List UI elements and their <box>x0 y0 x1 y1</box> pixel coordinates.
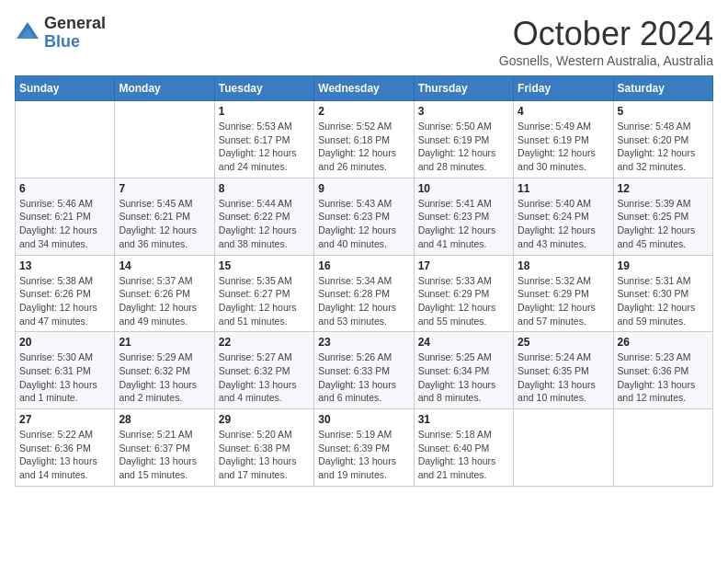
day-number: 26 <box>618 336 709 349</box>
month-title: October 2024 <box>499 15 713 53</box>
day-info: Sunrise: 5:35 AM Sunset: 6:27 PM Dayligh… <box>219 274 310 328</box>
day-number: 23 <box>318 336 409 349</box>
day-number: 12 <box>618 182 709 195</box>
day-number: 15 <box>219 259 310 272</box>
day-number: 10 <box>418 182 509 195</box>
calendar-cell: 24Sunrise: 5:25 AM Sunset: 6:34 PM Dayli… <box>414 332 513 409</box>
page-header: General Blue October 2024 Gosnells, West… <box>15 15 713 68</box>
weekday-header-wednesday: Wednesday <box>314 76 414 101</box>
calendar-cell: 20Sunrise: 5:30 AM Sunset: 6:31 PM Dayli… <box>16 332 115 409</box>
calendar-cell: 10Sunrise: 5:41 AM Sunset: 6:23 PM Dayli… <box>414 178 513 255</box>
calendar-cell: 13Sunrise: 5:38 AM Sunset: 6:26 PM Dayli… <box>16 255 115 332</box>
logo-text: General Blue <box>44 15 106 52</box>
calendar-cell: 15Sunrise: 5:35 AM Sunset: 6:27 PM Dayli… <box>214 255 313 332</box>
calendar-cell: 11Sunrise: 5:40 AM Sunset: 6:24 PM Dayli… <box>514 178 613 255</box>
logo-icon <box>15 20 40 46</box>
day-number: 11 <box>518 182 609 195</box>
day-info: Sunrise: 5:23 AM Sunset: 6:36 PM Dayligh… <box>618 350 709 405</box>
day-number: 25 <box>518 336 609 349</box>
calendar-cell <box>115 101 214 178</box>
day-info: Sunrise: 5:30 AM Sunset: 6:31 PM Dayligh… <box>19 350 110 405</box>
logo-general-text: General <box>44 15 106 33</box>
calendar-cell: 1Sunrise: 5:53 AM Sunset: 6:17 PM Daylig… <box>214 101 313 178</box>
day-info: Sunrise: 5:40 AM Sunset: 6:24 PM Dayligh… <box>518 197 609 251</box>
calendar-week-1: 1Sunrise: 5:53 AM Sunset: 6:17 PM Daylig… <box>16 101 713 178</box>
calendar-cell: 14Sunrise: 5:37 AM Sunset: 6:26 PM Dayli… <box>115 255 214 332</box>
calendar-cell <box>613 409 712 487</box>
day-number: 29 <box>219 413 310 426</box>
calendar-table: SundayMondayTuesdayWednesdayThursdayFrid… <box>15 75 713 487</box>
calendar-cell: 5Sunrise: 5:48 AM Sunset: 6:20 PM Daylig… <box>613 101 712 178</box>
calendar-week-3: 13Sunrise: 5:38 AM Sunset: 6:26 PM Dayli… <box>16 255 713 332</box>
calendar-body: 1Sunrise: 5:53 AM Sunset: 6:17 PM Daylig… <box>16 101 713 487</box>
calendar-cell: 18Sunrise: 5:32 AM Sunset: 6:29 PM Dayli… <box>514 255 613 332</box>
day-number: 21 <box>119 336 210 349</box>
weekday-header-friday: Friday <box>514 76 613 101</box>
day-info: Sunrise: 5:39 AM Sunset: 6:25 PM Dayligh… <box>618 197 709 251</box>
calendar-cell: 3Sunrise: 5:50 AM Sunset: 6:19 PM Daylig… <box>414 101 513 178</box>
calendar-cell: 25Sunrise: 5:24 AM Sunset: 6:35 PM Dayli… <box>514 332 613 409</box>
day-info: Sunrise: 5:45 AM Sunset: 6:21 PM Dayligh… <box>119 197 210 251</box>
day-number: 22 <box>219 336 310 349</box>
day-number: 31 <box>418 413 509 426</box>
calendar-cell: 8Sunrise: 5:44 AM Sunset: 6:22 PM Daylig… <box>214 178 313 255</box>
calendar-cell: 6Sunrise: 5:46 AM Sunset: 6:21 PM Daylig… <box>16 178 115 255</box>
calendar-cell: 7Sunrise: 5:45 AM Sunset: 6:21 PM Daylig… <box>115 178 214 255</box>
day-info: Sunrise: 5:18 AM Sunset: 6:40 PM Dayligh… <box>418 428 509 482</box>
calendar-cell <box>16 101 115 178</box>
day-info: Sunrise: 5:37 AM Sunset: 6:26 PM Dayligh… <box>119 274 210 328</box>
logo-blue-text: Blue <box>44 33 106 52</box>
weekday-header-row: SundayMondayTuesdayWednesdayThursdayFrid… <box>16 76 713 101</box>
day-number: 18 <box>518 259 609 272</box>
calendar-cell: 26Sunrise: 5:23 AM Sunset: 6:36 PM Dayli… <box>613 332 712 409</box>
calendar-cell: 29Sunrise: 5:20 AM Sunset: 6:38 PM Dayli… <box>214 409 313 487</box>
day-number: 27 <box>19 413 110 426</box>
day-info: Sunrise: 5:25 AM Sunset: 6:34 PM Dayligh… <box>418 350 509 405</box>
day-info: Sunrise: 5:32 AM Sunset: 6:29 PM Dayligh… <box>518 274 609 328</box>
title-section: October 2024 Gosnells, Western Australia… <box>499 15 713 68</box>
calendar-cell: 30Sunrise: 5:19 AM Sunset: 6:39 PM Dayli… <box>314 409 414 487</box>
day-info: Sunrise: 5:34 AM Sunset: 6:28 PM Dayligh… <box>318 274 409 328</box>
calendar-header: SundayMondayTuesdayWednesdayThursdayFrid… <box>16 76 713 101</box>
weekday-header-tuesday: Tuesday <box>214 76 313 101</box>
calendar-cell: 16Sunrise: 5:34 AM Sunset: 6:28 PM Dayli… <box>314 255 414 332</box>
day-info: Sunrise: 5:46 AM Sunset: 6:21 PM Dayligh… <box>19 197 110 251</box>
calendar-cell <box>514 409 613 487</box>
day-number: 7 <box>119 182 210 195</box>
day-number: 8 <box>219 182 310 195</box>
day-info: Sunrise: 5:38 AM Sunset: 6:26 PM Dayligh… <box>19 274 110 328</box>
day-info: Sunrise: 5:48 AM Sunset: 6:20 PM Dayligh… <box>618 120 709 174</box>
day-info: Sunrise: 5:26 AM Sunset: 6:33 PM Dayligh… <box>318 350 409 405</box>
day-number: 4 <box>518 105 609 118</box>
calendar-cell: 22Sunrise: 5:27 AM Sunset: 6:32 PM Dayli… <box>214 332 313 409</box>
day-number: 20 <box>19 336 110 349</box>
calendar-cell: 17Sunrise: 5:33 AM Sunset: 6:29 PM Dayli… <box>414 255 513 332</box>
day-info: Sunrise: 5:33 AM Sunset: 6:29 PM Dayligh… <box>418 274 509 328</box>
day-info: Sunrise: 5:43 AM Sunset: 6:23 PM Dayligh… <box>318 197 409 251</box>
day-number: 28 <box>119 413 210 426</box>
day-info: Sunrise: 5:29 AM Sunset: 6:32 PM Dayligh… <box>119 350 210 405</box>
day-number: 30 <box>318 413 409 426</box>
day-info: Sunrise: 5:21 AM Sunset: 6:37 PM Dayligh… <box>119 428 210 482</box>
calendar-cell: 28Sunrise: 5:21 AM Sunset: 6:37 PM Dayli… <box>115 409 214 487</box>
day-number: 5 <box>618 105 709 118</box>
day-info: Sunrise: 5:24 AM Sunset: 6:35 PM Dayligh… <box>518 350 609 405</box>
logo: General Blue <box>15 15 106 52</box>
day-info: Sunrise: 5:53 AM Sunset: 6:17 PM Dayligh… <box>219 120 310 174</box>
day-number: 17 <box>418 259 509 272</box>
day-number: 6 <box>19 182 110 195</box>
location-subtitle: Gosnells, Western Australia, Australia <box>499 53 713 68</box>
day-number: 14 <box>119 259 210 272</box>
calendar-cell: 23Sunrise: 5:26 AM Sunset: 6:33 PM Dayli… <box>314 332 414 409</box>
weekday-header-saturday: Saturday <box>613 76 712 101</box>
calendar-cell: 27Sunrise: 5:22 AM Sunset: 6:36 PM Dayli… <box>16 409 115 487</box>
weekday-header-thursday: Thursday <box>414 76 513 101</box>
day-info: Sunrise: 5:44 AM Sunset: 6:22 PM Dayligh… <box>219 197 310 251</box>
calendar-cell: 31Sunrise: 5:18 AM Sunset: 6:40 PM Dayli… <box>414 409 513 487</box>
day-info: Sunrise: 5:31 AM Sunset: 6:30 PM Dayligh… <box>618 274 709 328</box>
calendar-cell: 9Sunrise: 5:43 AM Sunset: 6:23 PM Daylig… <box>314 178 414 255</box>
day-info: Sunrise: 5:49 AM Sunset: 6:19 PM Dayligh… <box>518 120 609 174</box>
day-info: Sunrise: 5:22 AM Sunset: 6:36 PM Dayligh… <box>19 428 110 482</box>
day-info: Sunrise: 5:19 AM Sunset: 6:39 PM Dayligh… <box>318 428 409 482</box>
calendar-cell: 19Sunrise: 5:31 AM Sunset: 6:30 PM Dayli… <box>613 255 712 332</box>
